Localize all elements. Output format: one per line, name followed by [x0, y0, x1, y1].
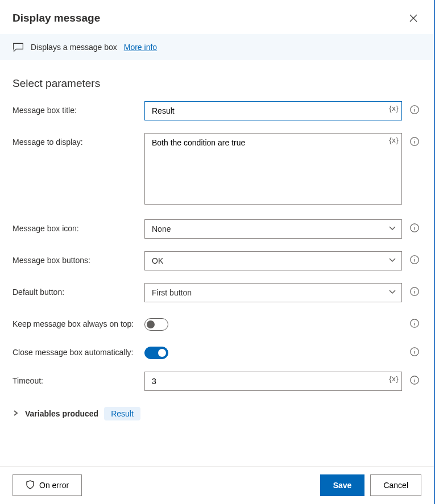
label-icon: Message box icon:	[13, 219, 144, 233]
row-icon: Message box icon: None	[13, 219, 421, 239]
variable-token-button[interactable]: {x}	[389, 136, 399, 144]
label-timeout: Timeout:	[13, 372, 144, 385]
row-timeout: Timeout: {x}	[13, 372, 421, 391]
info-icon-icon[interactable]	[408, 219, 421, 233]
message-box-title-input[interactable]	[144, 101, 402, 120]
info-icon-ontop[interactable]	[408, 315, 421, 328]
cancel-button[interactable]: Cancel	[370, 474, 421, 496]
shield-icon	[26, 480, 35, 491]
info-banner: Displays a message box More info	[0, 34, 434, 60]
content-area: Select parameters Message box title: {x}…	[0, 60, 434, 432]
label-autoclose: Close message box automatically:	[13, 343, 144, 357]
info-icon-default[interactable]	[408, 283, 421, 297]
on-error-label: On error	[39, 481, 69, 490]
info-icon-title[interactable]	[408, 101, 421, 115]
variable-token-button[interactable]: {x}	[389, 104, 399, 113]
info-icon-message[interactable]	[408, 133, 421, 147]
banner-text: Displays a message box	[31, 43, 117, 52]
info-icon-buttons[interactable]	[408, 251, 421, 265]
row-default: Default button: First button	[13, 283, 421, 302]
on-error-button[interactable]: On error	[13, 474, 82, 496]
icon-select-value: None	[152, 224, 171, 234]
dialog-title: Display message	[13, 12, 100, 24]
label-default: Default button:	[13, 283, 144, 297]
message-box-buttons-select[interactable]: OK	[144, 251, 402, 270]
variable-token-button[interactable]: {x}	[389, 374, 399, 383]
message-icon	[13, 42, 24, 52]
row-autoclose: Close message box automatically:	[13, 343, 421, 359]
variables-produced-row[interactable]: Variables produced Result	[13, 403, 421, 426]
row-buttons: Message box buttons: OK	[13, 251, 421, 270]
dialog-footer: On error Save Cancel	[0, 466, 434, 504]
close-icon	[409, 14, 417, 22]
label-message: Message to display:	[13, 133, 144, 147]
always-on-top-toggle[interactable]	[144, 318, 168, 331]
save-button[interactable]: Save	[320, 474, 365, 496]
variable-chip[interactable]: Result	[104, 407, 140, 420]
auto-close-toggle[interactable]	[144, 347, 168, 359]
section-title: Select parameters	[13, 77, 421, 90]
buttons-select-value: OK	[152, 256, 163, 265]
dialog-header: Display message	[0, 0, 434, 34]
variables-produced-label: Variables produced	[25, 409, 98, 418]
info-icon-timeout[interactable]	[408, 372, 421, 385]
row-title: Message box title: {x}	[13, 101, 421, 120]
close-button[interactable]	[405, 10, 421, 26]
default-select-value: First button	[152, 288, 192, 297]
row-message: Message to display: {x}	[13, 133, 421, 207]
more-info-link[interactable]: More info	[124, 43, 157, 52]
chevron-right-icon	[13, 409, 19, 418]
row-ontop: Keep message box always on top:	[13, 315, 421, 331]
message-to-display-input[interactable]	[144, 133, 402, 205]
message-box-icon-select[interactable]: None	[144, 219, 402, 239]
info-icon-autoclose[interactable]	[408, 343, 421, 357]
label-ontop: Keep message box always on top:	[13, 315, 144, 328]
timeout-input[interactable]	[144, 372, 402, 391]
label-title: Message box title:	[13, 101, 144, 115]
label-buttons: Message box buttons:	[13, 251, 144, 265]
default-button-select[interactable]: First button	[144, 283, 402, 302]
